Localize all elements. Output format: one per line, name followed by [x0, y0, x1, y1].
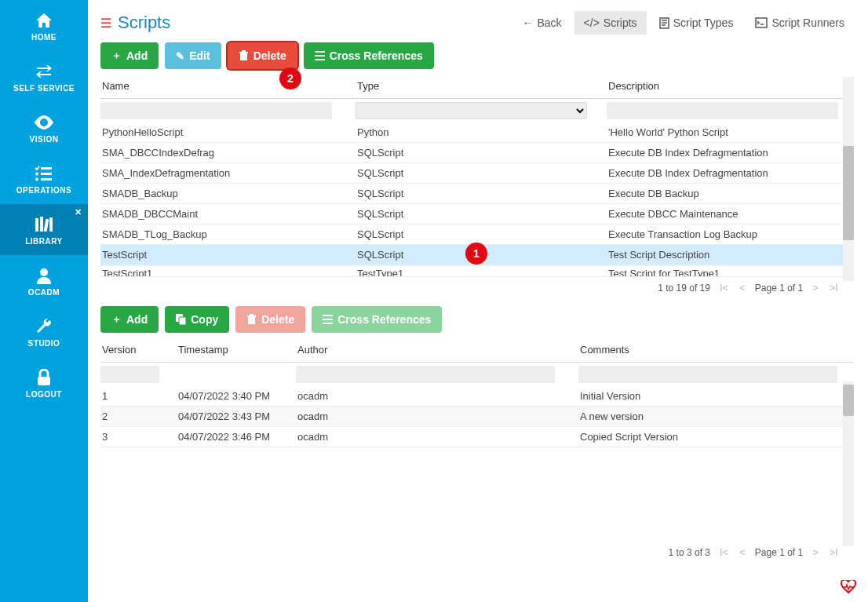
svg-rect-6: [35, 218, 38, 232]
table-row[interactable]: 3 04/07/2022 3:46 PM ocadm Copied Script…: [100, 427, 854, 447]
pager-first-icon[interactable]: I<: [718, 546, 730, 558]
nav-back[interactable]: ← Back: [512, 11, 571, 35]
filter-author-input[interactable]: [296, 366, 555, 383]
btn-label: Cross References: [337, 313, 431, 326]
svg-rect-19: [239, 52, 248, 53]
col-name[interactable]: Name: [100, 77, 356, 97]
svg-rect-25: [179, 317, 186, 325]
sidebar-item-logout[interactable]: LOGOUT: [0, 357, 88, 408]
plus-icon: ＋: [111, 312, 122, 327]
svg-rect-3: [41, 178, 52, 181]
svg-rect-23: [315, 59, 325, 60]
exchange-icon: [35, 62, 53, 81]
table-row[interactable]: SMADB_DBCCMaint SQLScript Execute DBCC M…: [100, 204, 854, 224]
versions-toolbar: ＋ Add Copy Delete Cross References: [100, 306, 854, 333]
plus-icon: ＋: [111, 49, 122, 63]
sidebar-item-home[interactable]: HOME: [0, 0, 88, 51]
sidebar-item-library[interactable]: ✕ LIBRARY: [0, 204, 88, 255]
delete-version-button[interactable]: Delete: [235, 306, 305, 333]
filter-row: [100, 102, 854, 119]
edit-button[interactable]: ✎ Edit: [165, 42, 221, 69]
btn-label: Delete: [261, 313, 294, 326]
grid-header: Version Timestamp Author Comments: [100, 341, 854, 363]
home-icon: [35, 11, 53, 30]
nav-script-runners[interactable]: Script Runners: [746, 11, 854, 35]
sidebar-item-selfservice[interactable]: SELF SERVICE: [0, 51, 88, 102]
document-icon: [659, 17, 669, 29]
pager-prev-icon[interactable]: <: [738, 282, 747, 294]
filter-type-select[interactable]: [356, 102, 587, 119]
scrollbar-vertical[interactable]: [843, 77, 854, 281]
table-row[interactable]: SMA_DBCCIndexDefrag SQLScript Execute DB…: [100, 143, 854, 163]
pager-last-icon[interactable]: >I: [828, 546, 840, 558]
sidebar-item-ocadm[interactable]: OCADM: [0, 255, 88, 306]
col-type[interactable]: Type: [356, 77, 607, 97]
svg-rect-29: [323, 315, 333, 316]
sidebar-item-label: LOGOUT: [26, 390, 62, 399]
col-desc[interactable]: Description: [607, 77, 850, 97]
delete-button[interactable]: Delete: [228, 42, 297, 69]
nav-script-types[interactable]: Script Types: [650, 11, 743, 35]
scrollbar-vertical[interactable]: [843, 381, 854, 546]
grid-body: 1 04/07/2022 3:40 PM ocadm Initial Versi…: [100, 386, 854, 447]
sidebar-item-label: VISION: [30, 135, 59, 144]
pager-page: Page 1 of 1: [755, 547, 803, 558]
nav-scripts[interactable]: </> Scripts: [574, 11, 647, 35]
svg-rect-22: [315, 55, 325, 57]
trash-icon: [246, 314, 257, 325]
filter-version-input[interactable]: [100, 366, 159, 383]
step-badge-1: 1: [465, 243, 487, 265]
col-version[interactable]: Version: [100, 341, 177, 360]
pager-first-icon[interactable]: I<: [718, 282, 730, 294]
table-row[interactable]: 2 04/07/2022 3:43 PM ocadm A new version: [100, 407, 854, 427]
filter-desc-input[interactable]: [607, 102, 838, 119]
table-row[interactable]: SMADB_Backup SQLScript Execute DB Backup: [100, 184, 854, 204]
copy-icon: [176, 314, 186, 325]
scrollbar-thumb[interactable]: [843, 385, 854, 416]
pager-prev-icon[interactable]: <: [738, 546, 747, 558]
sidebar-item-studio[interactable]: STUDIO: [0, 306, 88, 357]
table-row[interactable]: TestScript SQLScript Test Script Descrip…: [100, 245, 854, 265]
header-row: ☰ Scripts ← Back </> Scripts Script Type…: [100, 11, 854, 35]
books-icon: [34, 215, 54, 234]
svg-rect-28: [250, 314, 253, 316]
sidebar-item-label: HOME: [31, 33, 57, 42]
svg-rect-8: [44, 219, 49, 232]
sidebar-item-label: OCADM: [28, 288, 60, 297]
col-comments[interactable]: Comments: [578, 341, 845, 360]
col-timestamp[interactable]: Timestamp: [177, 341, 296, 360]
close-icon[interactable]: ✕: [75, 207, 82, 217]
sidebar-item-vision[interactable]: VISION: [0, 102, 88, 153]
filter-comments-input[interactable]: [578, 366, 837, 383]
scrollbar-thumb[interactable]: [843, 146, 854, 240]
sidebar-item-label: LIBRARY: [25, 237, 63, 246]
sidebar-item-operations[interactable]: OPERATIONS: [0, 153, 88, 204]
btn-label: Delete: [253, 49, 286, 62]
sidebar: HOME SELF SERVICE VISION OPERATIONS ✕ LI…: [0, 0, 88, 602]
pager-last-icon[interactable]: >I: [828, 282, 840, 294]
cross-references-button[interactable]: Cross References: [304, 42, 434, 69]
table-row[interactable]: PythonHelloScript Python 'Hello World' P…: [100, 122, 854, 143]
pager-next-icon[interactable]: >: [811, 282, 820, 294]
table-row[interactable]: TestScript1 TestType1 Test Script for Te…: [100, 265, 854, 277]
page-title: Scripts: [118, 13, 170, 33]
col-author[interactable]: Author: [296, 341, 578, 360]
svg-point-5: [35, 178, 38, 181]
add-button[interactable]: ＋ Add: [100, 42, 159, 69]
table-row[interactable]: SMA_IndexDefragmentation SQLScript Execu…: [100, 163, 854, 184]
add-version-button[interactable]: ＋ Add: [100, 306, 159, 333]
sidebar-item-label: STUDIO: [28, 339, 60, 348]
copy-version-button[interactable]: Copy: [165, 306, 229, 333]
filter-name-input[interactable]: [100, 102, 332, 119]
svg-rect-9: [49, 217, 53, 232]
svg-rect-27: [247, 316, 256, 317]
table-row[interactable]: 1 04/07/2022 3:40 PM ocadm Initial Versi…: [100, 386, 854, 407]
menu-icon[interactable]: ☰: [100, 16, 111, 31]
list-icon: [315, 51, 325, 60]
svg-rect-1: [41, 167, 52, 170]
svg-point-0: [42, 121, 46, 125]
svg-rect-18: [240, 53, 247, 60]
svg-rect-7: [40, 217, 43, 232]
pager-next-icon[interactable]: >: [811, 546, 820, 558]
cross-references-version-button[interactable]: Cross References: [312, 306, 442, 333]
